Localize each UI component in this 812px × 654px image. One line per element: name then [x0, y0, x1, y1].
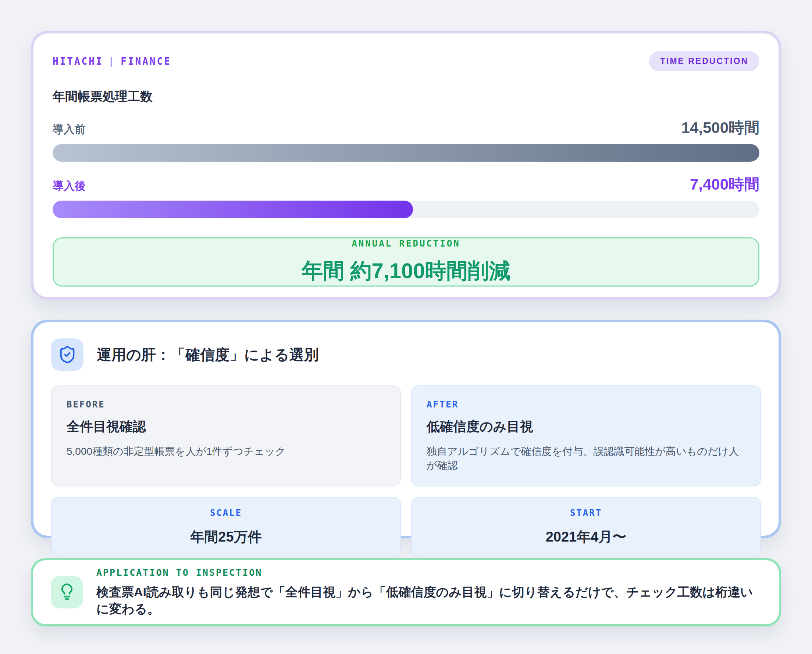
bar-fill-after [53, 201, 413, 218]
bar-label-before: 導入前 [53, 122, 86, 137]
operation-title: 運用の肝：「確信度」による選別 [97, 345, 319, 365]
start-value: 2021年4月〜 [546, 528, 627, 546]
infographic-page: HITACHI | FINANCE TIME REDUCTION 年間帳票処理工… [0, 0, 812, 654]
bar-fill-before [53, 144, 759, 162]
before-desc: 5,000種類の非定型帳票を人が1件ずつチェック [67, 445, 385, 458]
bar-track-after [53, 201, 759, 218]
bar-label-after: 導入後 [53, 179, 86, 194]
after-box: AFTER 低確信度のみ目視 独自アルゴリズムで確信度を付与、誤認識可能性が高い… [411, 385, 761, 486]
after-desc: 独自アルゴリズムで確信度を付与、誤認識可能性が高いものだけ人が確認 [427, 445, 745, 472]
bar-row-before: 導入前 14,500時間 [53, 118, 759, 162]
start-tag: START [570, 508, 602, 518]
brand-divider: | [109, 56, 116, 67]
after-heading: 低確信度のみ目視 [427, 418, 745, 436]
bar-value-after: 7,400時間 [690, 174, 759, 195]
before-box: BEFORE 全件目視確認 5,000種類の非定型帳票を人が1件ずつチェック [51, 385, 401, 486]
division-name: FINANCE [121, 56, 172, 67]
bar-row-after: 導入後 7,400時間 [53, 174, 759, 218]
insight-text: 検査票AI読み取りも同じ発想で「全件目視」から「低確信度のみ目視」に切り替えるだ… [97, 584, 761, 617]
operation-header: 運用の肝：「確信度」による選別 [51, 338, 761, 371]
scale-value: 年間25万件 [190, 528, 262, 546]
scale-box: SCALE 年間25万件 [51, 497, 401, 558]
before-tag: BEFORE [67, 399, 385, 410]
chart-title: 年間帳票処理工数 [53, 88, 759, 105]
before-heading: 全件目視確認 [67, 418, 385, 436]
after-tag: AFTER [427, 399, 745, 410]
shield-check-icon [51, 338, 83, 371]
annual-reduction-value: 年間 約7,100時間削減 [302, 257, 510, 286]
card-header: HITACHI | FINANCE TIME REDUCTION [53, 51, 759, 71]
operation-grid: BEFORE 全件目視確認 5,000種類の非定型帳票を人が1件ずつチェック A… [51, 385, 761, 558]
scale-tag: SCALE [210, 508, 242, 518]
annual-reduction-panel: ANNUAL REDUCTION 年間 約7,100時間削減 [53, 237, 759, 287]
time-reduction-badge: TIME REDUCTION [649, 51, 759, 71]
insight-tag: APPLICATION TO INSPECTION [97, 567, 761, 578]
operation-card: 運用の肝：「確信度」による選別 BEFORE 全件目視確認 5,000種類の非定… [31, 319, 781, 538]
brand-name: HITACHI [53, 56, 103, 67]
bar-track-before [53, 144, 759, 162]
bar-value-before: 14,500時間 [682, 118, 759, 138]
lightbulb-icon [51, 576, 83, 608]
insight-card: APPLICATION TO INSPECTION 検査票AI読み取りも同じ発想… [31, 558, 781, 626]
start-box: START 2021年4月〜 [411, 497, 761, 558]
brand-line: HITACHI | FINANCE [53, 56, 172, 67]
time-reduction-card: HITACHI | FINANCE TIME REDUCTION 年間帳票処理工… [31, 31, 781, 300]
annual-reduction-tag: ANNUAL REDUCTION [352, 238, 460, 249]
